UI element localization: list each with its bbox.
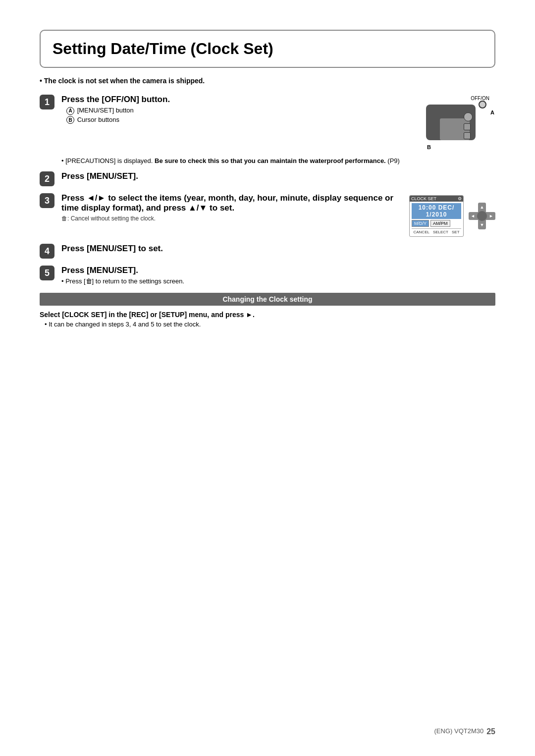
step-3-row: 3 Press ◄/► to select the items (year, m…: [40, 193, 495, 237]
step-4-title: Press [MENU/SET] to set.: [61, 244, 495, 254]
step-1-precaution-note: • [PRECAUTIONS] is displayed. Be sure to…: [61, 157, 495, 164]
label-a-circle: A: [66, 107, 74, 115]
step-1-title: Press the [OFF/ON] button.: [61, 95, 406, 105]
offon-button: [479, 101, 486, 108]
step-1-sub-a: A [MENU/SET] button: [66, 107, 406, 115]
step-3-title: Press ◄/► to select the items (year, mon…: [61, 193, 404, 213]
camera-body: [426, 105, 476, 140]
camera-btn-top: [464, 112, 473, 121]
step-4-content: Press [MENU/SET] to set.: [61, 244, 495, 256]
step-2-content: Press [MENU/SET].: [61, 171, 495, 183]
dpad-diagram: ▲ ▼ ◄ ►: [469, 203, 495, 229]
clock-note: • The clock is not set when the camera i…: [40, 77, 495, 85]
step-1-sub-b: B Cursor buttons: [66, 116, 406, 124]
clock-display: CLOCK SET ⚙ 10:00 DEC/ 1/2010 M/D/Y AM/P…: [409, 195, 464, 237]
step-5-note: • Press [🗑] to return to the settings sc…: [61, 277, 495, 285]
dpad-down: ▼: [478, 219, 486, 229]
clock-format-ampm: AM/PM: [430, 220, 450, 227]
step-3-number: 3: [40, 193, 54, 208]
dpad-left-arrow: ◄: [471, 214, 475, 218]
step-1-row: 1 Press the [OFF/ON] button. A [MENU/SET…: [40, 95, 495, 164]
clock-footer-select: SELECT: [433, 230, 448, 234]
camera-diagram: OFF/ON A B: [416, 95, 495, 154]
clock-display-header: CLOCK SET ⚙: [410, 196, 463, 202]
offon-label: OFF/ON: [471, 96, 489, 101]
dpad-center: [477, 211, 487, 221]
clock-header-icon: ⚙: [458, 196, 462, 201]
step-1-sub-b-text: Cursor buttons: [77, 116, 119, 123]
step-1-number: 1: [40, 95, 54, 109]
clock-header-title: CLOCK SET: [411, 196, 436, 201]
dpad-right: ►: [485, 212, 495, 220]
dpad-down-arrow: ▼: [480, 222, 484, 227]
label-a-camera: A: [490, 109, 494, 115]
step-3-text: Press ◄/► to select the items (year, mon…: [61, 193, 404, 222]
step-5-content: Press [MENU/SET]. • Press [🗑] to return …: [61, 266, 495, 285]
clock-display-footer: CANCEL SELECT SET: [412, 228, 461, 234]
step-3-cancel-note: 🗑: Cancel without setting the clock.: [61, 215, 404, 222]
clock-display-format-row: M/D/Y AM/PM: [412, 220, 461, 227]
step-2-number: 2: [40, 171, 54, 186]
step-5-number: 5: [40, 266, 54, 280]
page-title: Setting Date/Time (Clock Set): [53, 40, 482, 58]
step-3-images: CLOCK SET ⚙ 10:00 DEC/ 1/2010 M/D/Y AM/P…: [409, 195, 495, 237]
dpad-right-arrow: ►: [489, 214, 493, 218]
step-4-row: 4 Press [MENU/SET] to set.: [40, 244, 495, 259]
footer: (ENG) VQT2M30 25: [434, 727, 495, 736]
step-2-title: Press [MENU/SET].: [61, 171, 495, 181]
label-b-camera: B: [427, 144, 431, 150]
changing-clock-bar: Changing the Clock setting: [40, 293, 495, 306]
footer-text: (ENG) VQT2M30: [434, 727, 484, 736]
clock-format-mdy: M/D/Y: [412, 220, 429, 227]
clock-footer-cancel: CANCEL: [413, 230, 429, 234]
step-2-row: 2 Press [MENU/SET].: [40, 171, 495, 186]
clock-steps-note: • It can be changed in steps 3, 4 and 5 …: [45, 321, 495, 328]
camera-image: OFF/ON A B: [416, 95, 495, 154]
step-1-sub-a-text: [MENU/SET] button: [77, 107, 134, 114]
step-5-title: Press [MENU/SET].: [61, 266, 495, 275]
footer-page-num: 25: [486, 727, 495, 736]
step-5-row: 5 Press [MENU/SET]. • Press [🗑] to retur…: [40, 266, 495, 285]
camera-btn-mid: [464, 123, 471, 130]
step-1-text: Press the [OFF/ON] button. A [MENU/SET] …: [61, 95, 406, 125]
step-4-number: 4: [40, 244, 54, 259]
clock-footer-set: SET: [452, 230, 460, 234]
clock-display-time: 10:00 DEC/ 1/2010: [412, 203, 461, 219]
camera-btn-bottom: [464, 132, 471, 139]
step-1-content: Press the [OFF/ON] button. A [MENU/SET] …: [61, 95, 495, 164]
label-b-circle: B: [66, 116, 74, 124]
dpad-up-arrow: ▲: [480, 205, 484, 210]
step-3-content: Press ◄/► to select the items (year, mon…: [61, 193, 495, 237]
clock-select-note: Select [CLOCK SET] in the [REC] or [SETU…: [40, 311, 495, 319]
page-title-box: Setting Date/Time (Clock Set): [40, 30, 495, 68]
